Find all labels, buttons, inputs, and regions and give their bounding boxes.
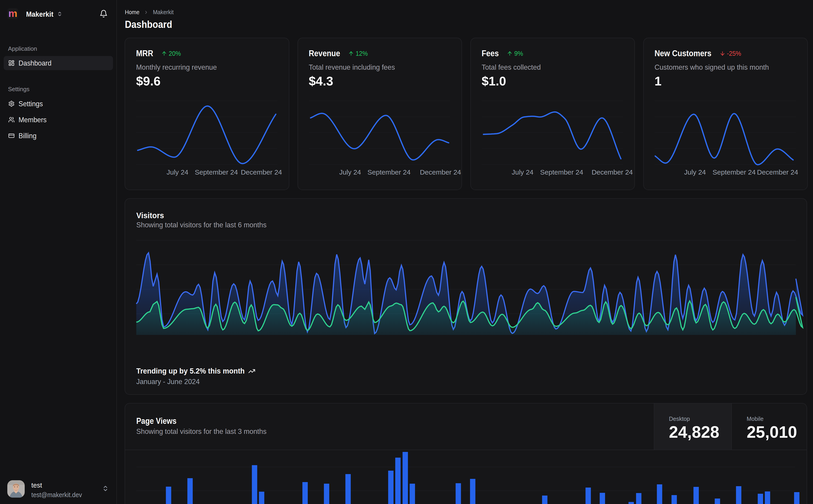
- svg-text:m: m: [8, 8, 17, 19]
